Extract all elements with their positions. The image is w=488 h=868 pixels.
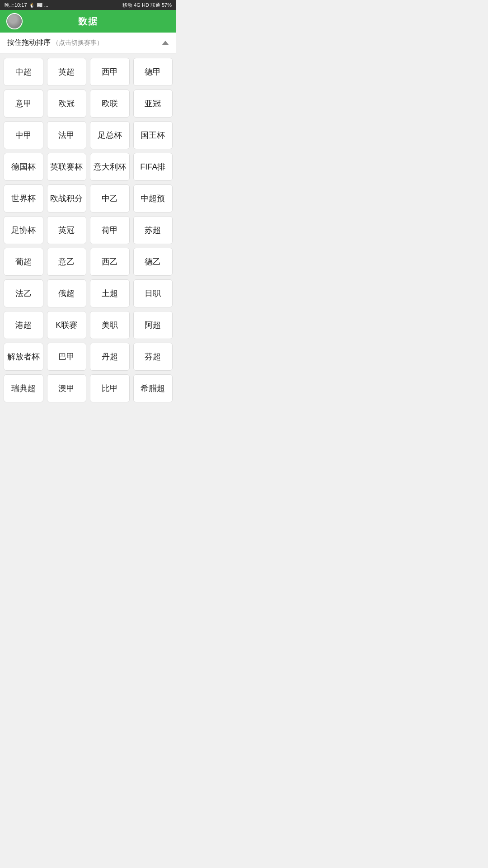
league-item[interactable]: 中超 [4, 58, 43, 86]
header: 数据 [0, 10, 176, 33]
league-item[interactable]: 解放者杯 [4, 343, 43, 371]
league-item[interactable]: 西乙 [90, 248, 130, 276]
league-grid: 中超英超西甲德甲意甲欧冠欧联亚冠中甲法甲足总杯国王杯德国杯英联赛杯意大利杯FIF… [4, 58, 173, 402]
league-item[interactable]: 日职 [133, 279, 173, 307]
league-item[interactable]: 美职 [90, 311, 130, 339]
league-item[interactable]: 英冠 [47, 216, 87, 244]
sort-bar: 按住拖动排序 （点击切换赛事） [0, 33, 176, 53]
league-item[interactable]: 英联赛杯 [47, 153, 87, 181]
league-item[interactable]: 土超 [90, 279, 130, 307]
status-time: 晚上10:17 🐧 📰 ... [5, 2, 48, 9]
league-item[interactable]: 意乙 [47, 248, 87, 276]
chevron-up-icon[interactable] [162, 41, 169, 45]
signal-info: 移动 4G HD 联通 57% [122, 2, 172, 9]
league-item[interactable]: 亚冠 [133, 90, 173, 118]
league-item[interactable]: 中超预 [133, 184, 173, 212]
status-right: 移动 4G HD 联通 57% [122, 2, 172, 9]
league-item[interactable]: 港超 [4, 311, 43, 339]
sort-hint-text: （点击切换赛事） [52, 39, 103, 46]
league-item[interactable]: 意大利杯 [90, 153, 130, 181]
league-item[interactable]: 世界杯 [4, 184, 43, 212]
league-item[interactable]: K联赛 [47, 311, 87, 339]
league-item[interactable]: 欧战积分 [47, 184, 87, 212]
league-item[interactable]: 欧联 [90, 90, 130, 118]
league-item[interactable]: FIFA排 [133, 153, 173, 181]
league-item[interactable]: 德乙 [133, 248, 173, 276]
league-item[interactable]: 丹超 [90, 343, 130, 371]
league-item[interactable]: 中甲 [4, 121, 43, 149]
notification-icons: 🐧 📰 ... [29, 2, 48, 8]
avatar[interactable] [6, 13, 23, 29]
league-item[interactable]: 澳甲 [47, 374, 87, 402]
league-item[interactable]: 足总杯 [90, 121, 130, 149]
league-item[interactable]: 欧冠 [47, 90, 87, 118]
page-title: 数据 [23, 15, 154, 28]
status-bar: 晚上10:17 🐧 📰 ... 移动 4G HD 联通 57% [0, 0, 176, 10]
league-item[interactable]: 意甲 [4, 90, 43, 118]
league-item[interactable]: 阿超 [133, 311, 173, 339]
league-item[interactable]: 德国杯 [4, 153, 43, 181]
avatar-image [7, 14, 22, 28]
league-item[interactable]: 比甲 [90, 374, 130, 402]
sort-label: 按住拖动排序 （点击切换赛事） [7, 38, 103, 47]
time-label: 晚上10:17 [5, 2, 27, 9]
league-grid-container: 中超英超西甲德甲意甲欧冠欧联亚冠中甲法甲足总杯国王杯德国杯英联赛杯意大利杯FIF… [0, 53, 176, 407]
league-item[interactable]: 法乙 [4, 279, 43, 307]
league-item[interactable]: 国王杯 [133, 121, 173, 149]
league-item[interactable]: 葡超 [4, 248, 43, 276]
league-item[interactable]: 苏超 [133, 216, 173, 244]
league-item[interactable]: 芬超 [133, 343, 173, 371]
sort-main-text: 按住拖动排序 [7, 38, 51, 46]
league-item[interactable]: 英超 [47, 58, 87, 86]
league-item[interactable]: 中乙 [90, 184, 130, 212]
league-item[interactable]: 西甲 [90, 58, 130, 86]
league-item[interactable]: 法甲 [47, 121, 87, 149]
league-item[interactable]: 瑞典超 [4, 374, 43, 402]
league-item[interactable]: 巴甲 [47, 343, 87, 371]
league-item[interactable]: 俄超 [47, 279, 87, 307]
league-item[interactable]: 荷甲 [90, 216, 130, 244]
league-item[interactable]: 德甲 [133, 58, 173, 86]
league-item[interactable]: 足协杯 [4, 216, 43, 244]
league-item[interactable]: 希腊超 [133, 374, 173, 402]
